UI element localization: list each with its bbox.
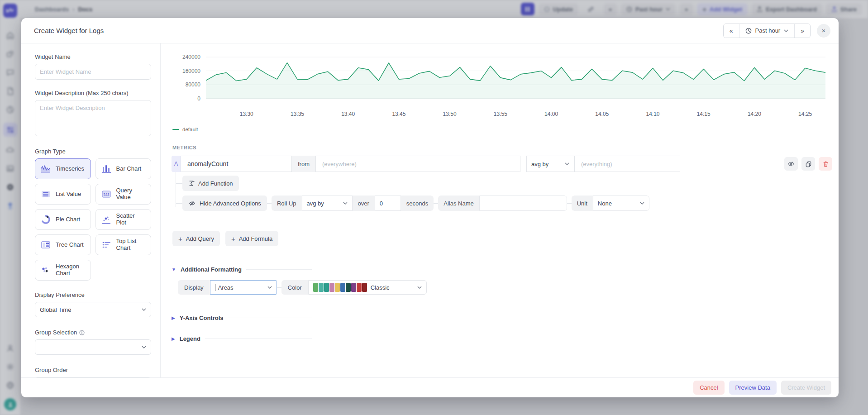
info-icon [79, 330, 85, 335]
plus-icon: + [231, 235, 235, 242]
widget-name-label: Widget Name [35, 53, 151, 60]
widget-description-input[interactable] [35, 100, 151, 136]
color-palette-select[interactable]: Classic [308, 280, 427, 295]
svg-text:80000: 80000 [186, 81, 201, 88]
graph-type-tree-chart[interactable]: Tree Chart [35, 234, 91, 255]
color-palette-value: Classic [371, 284, 416, 291]
svg-text:13:55: 13:55 [494, 111, 507, 117]
chevron-down-icon [417, 286, 422, 289]
clock-icon [745, 28, 752, 34]
svg-text:240000: 240000 [182, 54, 200, 60]
seconds-label: seconds [401, 196, 434, 211]
query-actions-row: + Add Query + Add Formula [172, 231, 832, 246]
group-order-label: Group Order [35, 367, 151, 373]
rollup-method-select[interactable]: avg by [302, 196, 353, 211]
graph-type-grid: Timeseries Bar Chart List Value 5 [35, 158, 151, 281]
widget-editor-main: 08000016000024000013:3013:3513:4013:4513… [161, 43, 839, 377]
aggregation-select[interactable]: avg by [526, 156, 574, 172]
graph-type-query-value[interactable]: 5.12 Query Value [95, 184, 152, 205]
chevron-down-icon [343, 202, 348, 205]
alias-name-input[interactable] [479, 196, 567, 211]
alias-group: Alias Name [438, 196, 567, 211]
group-by-input[interactable] [574, 156, 680, 172]
svg-text:14:20: 14:20 [748, 111, 761, 117]
trash-icon [822, 161, 829, 167]
svg-text:13:40: 13:40 [341, 111, 355, 117]
color-swatch [340, 283, 345, 292]
chevron-down-icon [784, 29, 788, 32]
display-style-select[interactable]: Areas [210, 280, 277, 295]
sigma-plus-icon [188, 180, 195, 186]
timeseries-icon [40, 164, 52, 174]
unit-select[interactable]: None [593, 196, 649, 211]
tree-vertical-line [176, 172, 176, 207]
chevron-down-icon [267, 286, 272, 289]
pie-chart-icon [40, 215, 52, 224]
additional-formatting-section[interactable]: ▼ Additional Formatting [172, 266, 312, 273]
connector-line [567, 203, 572, 204]
legend-section[interactable]: ▶ Legend [172, 335, 312, 342]
section-divider [246, 269, 312, 270]
plus-icon: + [178, 235, 182, 242]
time-back-button[interactable]: « [724, 24, 739, 38]
hide-query-button[interactable] [784, 157, 798, 171]
graph-type-list-value[interactable]: List Value [35, 184, 91, 205]
svg-text:14:00: 14:00 [544, 111, 558, 117]
tree-chart-icon [40, 240, 52, 250]
graph-type-top-list-chart[interactable]: Top List Chart [95, 234, 152, 255]
query-value-icon: 5.12 [100, 189, 112, 199]
over-label: over [353, 196, 375, 211]
time-forward-button[interactable]: » [794, 24, 810, 38]
legend-series-swatch [172, 129, 179, 130]
graph-type-pie-chart[interactable]: Pie Chart [35, 209, 91, 230]
widget-settings-sidebar: Widget Name Widget Description (Max 250 … [21, 43, 161, 377]
add-function-button[interactable]: Add Function [182, 176, 239, 191]
graph-type-hexagon-chart[interactable]: Hexagon Chart [35, 260, 91, 281]
display-format-row: Display Areas Color Classic [178, 280, 832, 295]
chevron-down-icon [640, 202, 644, 205]
widget-name-input[interactable] [35, 64, 151, 80]
svg-text:0: 0 [197, 95, 200, 102]
group-selection-select[interactable] [35, 339, 151, 355]
graph-type-bar-chart[interactable]: Bar Chart [95, 158, 152, 179]
delete-query-button[interactable] [819, 157, 832, 171]
connector-line [277, 287, 281, 288]
duplicate-query-button[interactable] [801, 157, 815, 171]
section-divider [205, 339, 312, 339]
color-swatches [313, 283, 367, 292]
eye-off-icon [787, 160, 795, 167]
yaxis-controls-section[interactable]: ▶ Y-Axis Controls [172, 315, 312, 321]
color-label: Color [281, 280, 308, 295]
preview-data-button[interactable]: Preview Data [729, 381, 777, 395]
color-swatch [357, 283, 362, 292]
display-preference-label: Display Preference [35, 291, 151, 298]
create-widget-button[interactable]: Create Widget [781, 381, 831, 395]
from-label: from [292, 156, 315, 172]
graph-type-label: Graph Type [35, 148, 151, 155]
rollup-interval-input[interactable] [375, 196, 401, 211]
color-swatch [329, 283, 334, 292]
add-formula-button[interactable]: + Add Formula [225, 231, 278, 246]
metric-name-input[interactable] [181, 156, 292, 172]
section-divider [228, 318, 312, 318]
cancel-button[interactable]: Cancel [693, 381, 724, 395]
tree-elbow-line [176, 183, 182, 184]
unit-label: Unit [572, 196, 593, 211]
svg-text:13:35: 13:35 [291, 111, 304, 117]
list-value-icon [40, 189, 52, 199]
from-filter-input[interactable] [315, 156, 520, 172]
add-query-button[interactable]: + Add Query [172, 231, 220, 246]
query-branches: Add Function Hide Advanced Options Roll … [176, 176, 832, 211]
graph-type-timeseries[interactable]: Timeseries [35, 158, 91, 179]
modal-time-controls: « Past hour » [723, 24, 811, 38]
display-preference-select[interactable]: Global Time [35, 302, 151, 317]
color-swatch [362, 283, 367, 292]
hexagon-chart-icon [40, 265, 52, 275]
close-icon[interactable]: × [817, 24, 830, 38]
hide-advanced-options-button[interactable]: Hide Advanced Options [182, 196, 267, 211]
svg-text:13:30: 13:30 [240, 111, 253, 117]
graph-type-scatter-plot[interactable]: Scatter Plot [95, 209, 152, 230]
modal-title: Create Widget for Logs [34, 27, 104, 34]
time-range-selector[interactable]: Past hour [739, 24, 795, 38]
color-swatch [324, 283, 329, 292]
